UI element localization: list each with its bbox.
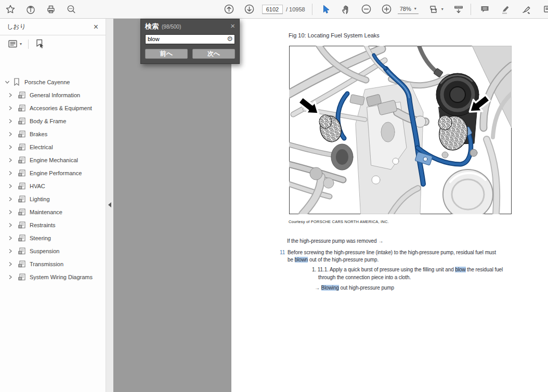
next-page-button[interactable] [243,2,256,17]
chevron-right-icon [8,197,13,202]
chevron-right-icon [8,145,13,150]
bookmark-item[interactable]: Body & Frame [0,114,106,127]
step-11: 11 Before screwing the high-pressure lin… [280,249,496,263]
send-comments-icon [543,4,548,15]
bookmark-item[interactable]: HVAC [0,179,106,192]
bookmark-item[interactable]: Lighting [0,192,106,205]
scrolling-mode-button[interactable] [452,2,465,17]
bookmark-item[interactable]: Restraints [0,218,106,231]
ruler-down-icon [453,4,464,15]
bookmark-page-icon [18,221,25,229]
page-total-label: / 10958 [286,6,305,12]
search-hit: blow [455,267,465,272]
find-input[interactable] [145,34,235,44]
fill-sign-tool-button[interactable] [520,2,533,17]
bookmark-page-icon [18,208,25,216]
page-number-input[interactable] [262,5,283,14]
previous-page-button[interactable] [223,2,236,17]
more-tools-button[interactable] [542,2,548,17]
panel-title: しおり [7,22,26,31]
bookmark-page-icon [18,234,25,242]
chevron-down-icon [5,80,10,85]
share-upload-button[interactable] [24,2,37,17]
close-icon[interactable]: × [94,23,98,31]
chevron-right-icon [8,132,13,137]
engine-illustration [289,46,512,214]
engine-figure [289,46,512,214]
bookmark-item[interactable]: Transmission [0,257,106,270]
gear-icon[interactable]: ⚙ [227,35,233,43]
comment-tool-button[interactable] [478,2,491,17]
chevron-right-icon [8,275,13,280]
bookmark-label: Accesories & Equipment [30,105,92,111]
bookmark-item[interactable]: Suspension [0,244,106,257]
bookmark-label: Suspension [30,248,60,254]
hand-tool-button[interactable] [340,2,352,17]
highlighter-icon [500,4,511,15]
zoom-in-button[interactable] [380,2,393,17]
chevron-right-icon [8,119,13,124]
step-number: 11 [280,249,288,263]
bookmark-label: Engine Mechanical [30,157,78,163]
hand-icon [341,4,351,15]
bookmark-item[interactable]: Engine Performance [0,166,106,179]
bookmark-label: HVAC [30,183,45,189]
find-next-button[interactable]: 次へ [192,49,235,59]
close-icon[interactable]: × [230,23,235,29]
upload-icon [25,4,36,15]
bookmark-item[interactable]: General Information [0,88,106,101]
bookmark-options-button[interactable]: ▾ [7,37,23,51]
chevron-right-icon [8,171,13,176]
substep-line2: through the connection piece into a clot… [318,274,503,282]
bookmark-label: System Wiring Diagrams [30,274,93,280]
favorites-star-button[interactable] [4,2,17,17]
chevron-down-icon: ▾ [20,42,22,46]
bookmark-page-icon [18,260,25,268]
bookmark-root[interactable]: Porsche Cayenne [0,75,106,88]
toolbar-separator [471,4,471,15]
chevron-right-icon [8,262,13,267]
bookmark-item[interactable]: System Wiring Diagrams [0,270,106,283]
zoom-out-button[interactable] [360,2,373,17]
bookmark-label: Brakes [30,131,47,137]
print-button[interactable] [45,2,57,17]
bookmark-label: Electrical [30,144,53,150]
bookmark-page-icon [18,273,25,281]
bookmarks-toolbar: ▾ [0,35,106,53]
current-bookmark-button[interactable] [34,37,46,51]
fit-width-button[interactable]: ▾ [427,2,445,17]
bookmarks-tree: Porsche Cayenne General Information Acce… [0,75,106,283]
bookmark-page-icon [18,169,25,177]
bookmark-item[interactable]: Engine Mechanical [0,153,106,166]
bookmark-page-icon [18,182,25,190]
bookmark-item[interactable]: Accesories & Equipment [0,101,106,114]
bookmark-page-icon [18,247,25,255]
bookmark-label: Transmission [30,261,63,267]
pdf-page: Fig 10: Locating Fuel System Leaks [231,19,548,392]
panel-divider[interactable] [106,19,113,392]
substep-line1: 1. 11.1. Apply a quick burst of pressure… [312,266,503,274]
find-previous-button[interactable]: 前へ [145,49,188,59]
document-area: Fig 10: Locating Fuel System Leaks [113,19,548,392]
toolbar-separator [312,4,312,15]
search-icon [66,4,76,15]
bookmark-page-icon [18,104,25,112]
bookmark-item[interactable]: Electrical [0,140,106,153]
print-icon [46,4,56,15]
bookmark-item[interactable]: Steering [0,231,106,244]
zoom-level-value: 78% [400,6,411,12]
bookmark-label: Engine Performance [30,170,82,176]
select-tool-button[interactable] [319,2,332,17]
bookmark-page-icon [18,143,25,151]
bookmark-label: Body & Frame [30,118,66,124]
bookmark-item[interactable]: Brakes [0,127,106,140]
zoom-level-select[interactable]: 78% ▾ [398,5,419,14]
bookmark-item[interactable]: Maintenance [0,205,106,218]
bookmark-label: Porsche Cayenne [24,79,70,85]
fit-width-icon [428,4,440,15]
highlight-tool-button[interactable] [499,2,512,17]
bookmarks-panel: しおり × ▾ Porsche Cayenne General Informat… [0,19,106,392]
collapse-panel-handle[interactable] [108,202,111,207]
search-button[interactable] [65,2,77,17]
plus-circle-icon [381,4,392,15]
